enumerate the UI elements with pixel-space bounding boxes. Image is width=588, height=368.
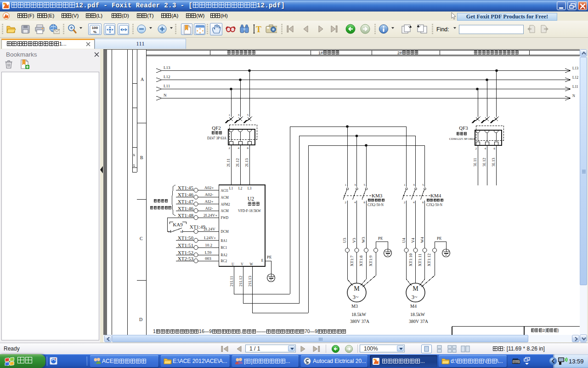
svg-text:3~: 3~ [353, 294, 359, 300]
svg-text:21L11: 21L11 [229, 276, 234, 287]
svg-text:XT1:12: XT1:12 [427, 253, 431, 266]
svg-text:18.5kW: 18.5kW [351, 312, 367, 317]
svg-text:N: N [572, 94, 575, 98]
svg-text:L1: L1 [229, 186, 233, 190]
svg-text:3L13: 3L13 [491, 158, 496, 167]
svg-text:XT1:52: XT1:52 [178, 250, 193, 255]
svg-text:3L11: 3L11 [473, 158, 477, 167]
svg-text:3: 3 [354, 183, 356, 187]
svg-text:T: T [256, 25, 261, 34]
svg-text:ACM: ACM [221, 196, 229, 200]
svg-text:6: 6 [364, 201, 366, 204]
svg-text:18.5kW: 18.5kW [410, 312, 425, 317]
svg-text:6: 6 [422, 201, 424, 204]
svg-text:V: V [241, 262, 243, 266]
svg-text:5: 5 [364, 183, 366, 187]
svg-text:XT1:48: XT1:48 [178, 213, 194, 218]
svg-text:ACI1: ACI1 [221, 189, 229, 193]
svg-text:L2: L2 [238, 186, 243, 190]
svg-text:RA2: RA2 [221, 253, 227, 257]
svg-text:A: A [141, 77, 144, 82]
svg-text:PE: PE [437, 236, 442, 241]
svg-text:XT1:47: XT1:47 [178, 199, 194, 204]
svg-text:L13: L13 [164, 65, 170, 70]
svg-text:4: 4 [485, 147, 486, 150]
svg-text:M4: M4 [410, 304, 417, 309]
svg-text:XT1:7: XT1:7 [350, 255, 354, 266]
svg-text:2L24V+: 2L24V+ [204, 213, 218, 218]
svg-text:KA9: KA9 [173, 222, 183, 227]
svg-text:4: 4 [238, 146, 240, 150]
svg-text:L3: L3 [248, 186, 252, 190]
svg-text:2: 2 [404, 201, 406, 204]
svg-text:U: U [232, 262, 234, 266]
svg-text:RC1: RC1 [221, 246, 227, 250]
svg-text:2: 2 [345, 201, 347, 204]
svg-text:FWD: FWD [221, 216, 229, 220]
svg-text:XT2:53: XT2:53 [178, 256, 194, 261]
svg-text:A02+: A02+ [204, 185, 214, 190]
svg-text:D: D [139, 317, 142, 322]
svg-text:XT1:51: XT1:51 [178, 242, 193, 248]
svg-text:L12: L12 [164, 75, 170, 79]
svg-text:2L24V: 2L24V [204, 227, 215, 231]
svg-text:DCM: DCM [221, 230, 229, 234]
svg-text:2L11: 2L11 [226, 158, 231, 167]
svg-text:RA1: RA1 [221, 239, 227, 243]
svg-text:XT1:9: XT1:9 [368, 255, 373, 266]
svg-text:003: 003 [205, 256, 211, 261]
svg-text:U2: U2 [248, 196, 254, 202]
svg-text:%: % [93, 30, 96, 34]
svg-text:N: N [164, 93, 167, 98]
svg-text:XT1:8: XT1:8 [359, 255, 363, 266]
svg-text:2: 2 [229, 146, 231, 150]
svg-text:L24V+: L24V+ [204, 236, 216, 240]
svg-text:W: W [249, 262, 253, 266]
svg-text:E: E [261, 259, 264, 263]
svg-text:M3: M3 [351, 304, 358, 309]
svg-text:1: 1 [229, 113, 231, 117]
svg-text:CJX2-50-N: CJX2-50-N [426, 203, 443, 207]
svg-text:XT1:45: XT1:45 [178, 185, 194, 190]
svg-text:U3: U3 [342, 238, 347, 243]
svg-text:PE: PE [267, 255, 272, 259]
svg-text:3~: 3~ [412, 294, 418, 300]
svg-text:21L13: 21L13 [248, 276, 252, 287]
svg-text:5: 5 [168, 230, 170, 234]
svg-text:PE: PE [378, 236, 383, 241]
svg-text:5: 5 [247, 113, 249, 117]
svg-text:XT1:11: XT1:11 [418, 253, 422, 266]
svg-text:5: 5 [422, 183, 424, 187]
svg-text:4: 4 [413, 201, 415, 204]
svg-text:2: 2 [475, 147, 477, 150]
svg-text:L11: L11 [572, 85, 578, 89]
svg-text:C: C [140, 236, 143, 241]
svg-text:KM3: KM3 [372, 193, 383, 198]
svg-text:XT1:50: XT1:50 [178, 235, 194, 241]
svg-text:CJX2-50-N: CJX2-50-N [368, 203, 384, 207]
svg-text:1: 1 [345, 183, 347, 187]
svg-text:3L12: 3L12 [482, 158, 486, 167]
svg-text:2L12: 2L12 [235, 158, 240, 167]
svg-text:9: 9 [181, 230, 182, 234]
svg-text:L11: L11 [164, 84, 170, 88]
svg-text:XT1:46: XT1:46 [178, 206, 194, 211]
svg-text:ACM: ACM [221, 209, 229, 213]
svg-text:21L12: 21L12 [238, 276, 243, 287]
svg-text:QF2: QF2 [212, 125, 221, 131]
svg-text:A02-: A02- [205, 192, 214, 197]
svg-text:KM4: KM4 [430, 193, 441, 198]
svg-text:XT1:46: XT1:46 [178, 192, 194, 197]
svg-text:XT1:10: XT1:10 [408, 253, 413, 266]
svg-text:AFM2: AFM2 [221, 202, 230, 207]
svg-text:L12: L12 [572, 75, 578, 80]
svg-text:3: 3 [413, 183, 415, 187]
svg-text:DZ47 3P 63A: DZ47 3P 63A [207, 136, 226, 140]
svg-text:V3: V3 [352, 238, 356, 243]
svg-text:3: 3 [238, 113, 240, 117]
svg-text:W3: W3 [361, 237, 366, 243]
svg-text:10.2: 10.2 [205, 243, 212, 247]
svg-text:CDM1225 3P/160A: CDM1225 3P/160A [449, 137, 475, 141]
svg-text:2L13: 2L13 [244, 158, 249, 167]
svg-text:QF3: QF3 [459, 125, 468, 131]
